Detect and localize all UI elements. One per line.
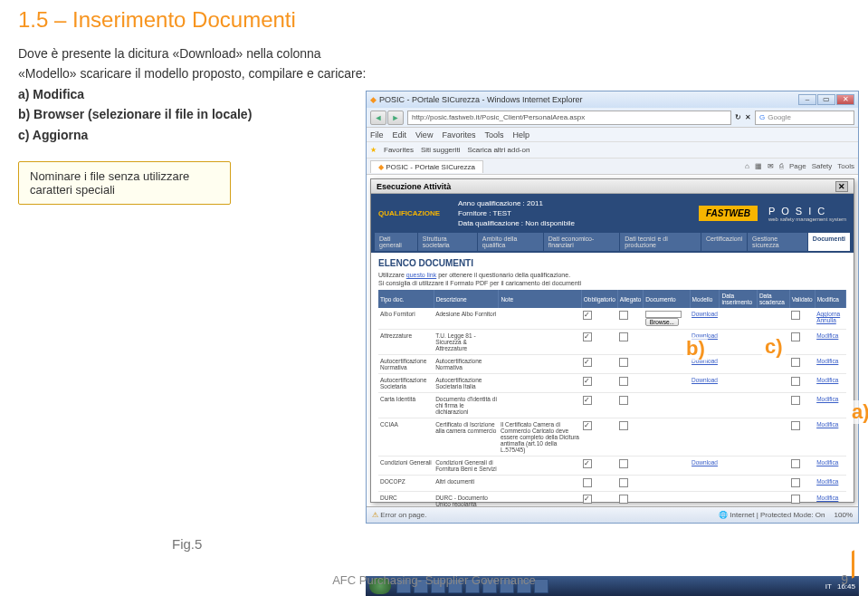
fav-item-addon[interactable]: Scarica altri add-on bbox=[467, 146, 529, 154]
cell-note bbox=[499, 308, 581, 330]
cell-modello[interactable]: Download bbox=[690, 457, 720, 476]
maximize-button[interactable]: ▭ bbox=[817, 94, 835, 105]
cell-action[interactable]: Modifica bbox=[815, 330, 845, 355]
close-button[interactable]: ✕ bbox=[836, 94, 854, 105]
cell-modello[interactable]: Download bbox=[690, 308, 720, 330]
checkbox-allegato bbox=[619, 311, 628, 320]
menu-file[interactable]: File bbox=[370, 130, 384, 139]
mail-icon[interactable]: ✉ bbox=[768, 162, 774, 170]
favorites-star-icon[interactable]: ★ bbox=[370, 146, 377, 154]
questionario-link[interactable]: questo link bbox=[406, 272, 436, 278]
tab-label: POSIC - POrtale SICurezza bbox=[386, 163, 475, 171]
tab-dati-generali[interactable]: Dati generali bbox=[375, 233, 417, 251]
cell-desc: DURC - Documento Unico regolarità contri… bbox=[434, 492, 499, 507]
checkbox-allegato bbox=[619, 478, 628, 487]
page-tools: ⌂ ▦ ✉ ⎙ Page Safety Tools bbox=[745, 162, 854, 170]
favorites-label[interactable]: Favorites bbox=[384, 146, 414, 154]
tab-tecnici[interactable]: Dati tecnici e di produzione bbox=[620, 233, 701, 251]
cell-note bbox=[499, 374, 581, 393]
cell-dsca bbox=[757, 457, 789, 476]
cell-obb bbox=[581, 457, 617, 476]
url-input[interactable]: http://posic.fastweb.it/Posic_Client/Per… bbox=[407, 111, 731, 125]
browse-button[interactable]: Browse... bbox=[645, 318, 679, 326]
cell-tipo: CCIAA bbox=[378, 418, 434, 457]
cell-note bbox=[499, 330, 581, 355]
tab-struttura[interactable]: Struttura societaria bbox=[418, 233, 477, 251]
qual-tabs: Dati generali Struttura societaria Ambit… bbox=[371, 233, 854, 253]
checkbox-validato bbox=[791, 311, 800, 320]
refresh-icon[interactable]: ↻ bbox=[735, 113, 741, 121]
cell-dsca bbox=[757, 393, 789, 418]
cell-action[interactable]: Modifica bbox=[815, 374, 845, 393]
status-mode: 🌐 Internet | Protected Mode: On bbox=[719, 511, 825, 519]
search-input[interactable]: G Google bbox=[755, 111, 854, 125]
cell-note: Il Certificato Camera di Commercio Caric… bbox=[499, 418, 581, 457]
cell-dins bbox=[720, 308, 757, 330]
posic-subtitle: web safety management system bbox=[768, 216, 846, 222]
browser-tab[interactable]: ◆ POSIC - POrtale SICurezza bbox=[370, 160, 483, 173]
cell-doc bbox=[644, 393, 690, 418]
cell-action[interactable]: Aggiorna Annulla bbox=[815, 308, 845, 330]
tools-menu[interactable]: Tools bbox=[837, 162, 854, 170]
cell-all bbox=[617, 476, 644, 492]
menu-edit[interactable]: Edit bbox=[393, 130, 407, 139]
page-menu[interactable]: Page bbox=[789, 162, 806, 170]
cell-action[interactable]: Modifica bbox=[815, 393, 845, 418]
cell-obb bbox=[581, 330, 617, 355]
elenco-link-line: Utilizzare questo link per ottenere il q… bbox=[378, 272, 846, 278]
modal-close-button[interactable]: ✕ bbox=[835, 181, 848, 192]
cell-tipo: Condizioni Generali bbox=[378, 457, 434, 476]
cell-action[interactable]: Modifica bbox=[815, 418, 845, 457]
cell-all bbox=[617, 418, 644, 457]
link-prefix: Utilizzare bbox=[378, 272, 406, 278]
table-row: Carta IdentitàDocumento d'identità di ch… bbox=[378, 393, 846, 418]
table-header: Validato bbox=[789, 290, 815, 308]
cell-note bbox=[499, 492, 581, 507]
cell-val bbox=[789, 492, 815, 507]
tab-documenti[interactable]: Documenti bbox=[808, 233, 850, 251]
cell-obb bbox=[581, 418, 617, 457]
print-icon[interactable]: ⎙ bbox=[779, 162, 784, 170]
menu-favorites[interactable]: Favorites bbox=[442, 130, 475, 139]
tab-ambito[interactable]: Ambito della qualifica bbox=[478, 233, 543, 251]
cell-obb bbox=[581, 393, 617, 418]
cell-action[interactable]: Modifica bbox=[815, 457, 845, 476]
menu-tools[interactable]: Tools bbox=[484, 130, 503, 139]
status-zoom[interactable]: 100% bbox=[835, 511, 853, 519]
annotation-b: b) bbox=[683, 337, 708, 360]
checkbox-allegato bbox=[619, 421, 628, 430]
cell-action[interactable]: Modifica bbox=[815, 492, 845, 507]
cell-action[interactable]: Modifica bbox=[815, 476, 845, 492]
stop-icon[interactable]: ✕ bbox=[745, 113, 751, 121]
forward-button[interactable]: ► bbox=[387, 111, 404, 125]
checkbox-allegato bbox=[619, 377, 628, 386]
tab-economico[interactable]: Dati economico-finanziari bbox=[544, 233, 620, 251]
table-header: Obbligatorio bbox=[581, 290, 617, 308]
step-b: b) Browser (selezionare il file in local… bbox=[18, 107, 252, 121]
cell-desc: Autocertificazione Normativa bbox=[434, 355, 499, 374]
cell-modello[interactable]: Download bbox=[690, 374, 720, 393]
tab-sicurezza[interactable]: Gestione sicurezza bbox=[748, 233, 807, 251]
checkbox-obbligatorio bbox=[583, 421, 592, 430]
minimize-button[interactable]: – bbox=[798, 94, 816, 105]
cell-desc: Certificato di Iscrizione alla camera co… bbox=[434, 418, 499, 457]
qual-data: Data qualificazione : Non disponibile bbox=[458, 219, 699, 227]
back-button[interactable]: ◄ bbox=[370, 111, 386, 125]
checkbox-validato bbox=[791, 358, 800, 367]
menu-view[interactable]: View bbox=[415, 130, 433, 139]
tab-cert[interactable]: Certificazioni bbox=[701, 233, 747, 251]
table-row: DOCOPZAltri documentiModifica bbox=[378, 476, 846, 492]
cell-dins bbox=[720, 492, 757, 507]
cell-modello bbox=[690, 418, 720, 457]
fav-item-siti[interactable]: Siti suggeriti bbox=[421, 146, 461, 154]
feed-icon[interactable]: ▦ bbox=[755, 162, 762, 170]
table-header: Modello bbox=[690, 290, 720, 308]
menu-help[interactable]: Help bbox=[512, 130, 529, 139]
safety-menu[interactable]: Safety bbox=[812, 162, 833, 170]
home-icon[interactable]: ⌂ bbox=[745, 162, 749, 170]
cell-action[interactable]: Modifica bbox=[815, 355, 845, 374]
cell-doc bbox=[644, 418, 690, 457]
file-input[interactable] bbox=[645, 311, 682, 318]
cell-tipo: Autocertificazione Societaria bbox=[378, 374, 434, 393]
checkbox-validato bbox=[791, 421, 800, 430]
